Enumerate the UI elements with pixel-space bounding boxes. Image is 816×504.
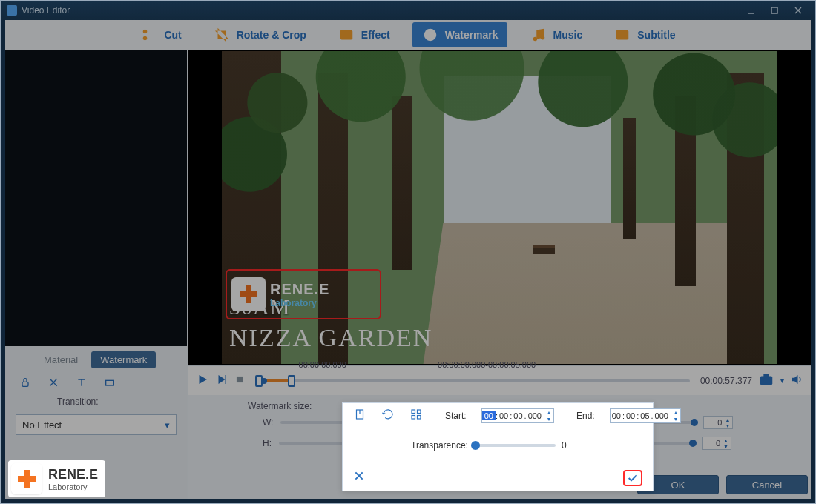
range-time-label: 00:00:00.000-00:00:05.000 xyxy=(438,360,536,369)
brand-logo-icon xyxy=(11,463,42,494)
start-label: Start: xyxy=(445,411,467,421)
transparency-value: 0 xyxy=(562,440,576,451)
transparency-slider[interactable] xyxy=(474,444,556,447)
material-actions xyxy=(5,368,187,389)
height-spinner[interactable]: 0▲▼ xyxy=(702,437,731,450)
w-label: W: xyxy=(263,417,273,428)
cancel-button[interactable]: Cancel xyxy=(726,475,808,494)
svg-rect-17 xyxy=(237,376,243,382)
end-label: End: xyxy=(576,411,595,421)
svg-rect-15 xyxy=(106,380,114,385)
brand-sub: Laboratory xyxy=(48,483,98,491)
range-end-handle[interactable] xyxy=(288,375,295,387)
svg-rect-24 xyxy=(412,416,415,420)
window-title: Video Editor xyxy=(22,5,70,16)
select-all-icon[interactable] xyxy=(409,408,423,424)
transition-label: Transition: xyxy=(5,389,187,410)
tab-cut[interactable]: Cut xyxy=(131,22,190,47)
popup-confirm-button[interactable] xyxy=(623,470,642,486)
svg-rect-6 xyxy=(340,30,353,40)
tab-material[interactable]: Material xyxy=(35,351,87,368)
tab-effect-label: Effect xyxy=(361,29,390,41)
minimize-button[interactable] xyxy=(740,3,762,18)
volume-button[interactable] xyxy=(790,373,803,389)
svg-point-19 xyxy=(763,377,769,382)
playhead-handle[interactable] xyxy=(261,378,267,384)
svg-rect-1 xyxy=(771,7,777,13)
svg-point-4 xyxy=(143,30,148,34)
effect-icon xyxy=(338,26,355,44)
music-icon xyxy=(530,26,547,44)
lock-icon[interactable] xyxy=(19,376,32,389)
snapshot-dropdown[interactable]: ▾ xyxy=(780,377,784,385)
end-time-input[interactable]: 00: 00: 05. 000 ▲▼ xyxy=(610,408,681,423)
stop-button[interactable] xyxy=(234,374,245,388)
mark-in-icon[interactable] xyxy=(353,408,366,424)
video-frame: 30AM NIZZA GARDEN RENE.E Laboratory xyxy=(222,51,777,364)
app-icon xyxy=(7,5,17,16)
start-spinner[interactable]: ▲▼ xyxy=(544,409,553,422)
watermark-icon xyxy=(421,26,439,44)
watermark-text: RENE.E Laboratory xyxy=(270,281,329,308)
main-window: Video Editor Cut Rotate & Crop Effect Wa… xyxy=(0,0,816,504)
brand-name: RENE.E xyxy=(48,467,98,483)
transition-value: No Effect xyxy=(22,420,62,431)
snapshot-button[interactable] xyxy=(758,371,774,391)
svg-rect-22 xyxy=(412,410,415,414)
tab-watermark-panel[interactable]: Watermark xyxy=(91,351,156,368)
width-spinner[interactable]: 0▲▼ xyxy=(703,416,733,429)
left-panel-tabs: Material Watermark xyxy=(5,346,187,368)
svg-point-8 xyxy=(428,33,432,37)
text-t-icon[interactable] xyxy=(75,376,88,389)
editor-toolbar: Cut Rotate & Crop Effect Watermark Music… xyxy=(5,20,811,50)
svg-rect-20 xyxy=(763,374,769,377)
transition-combo[interactable]: No Effect ▾ xyxy=(16,414,177,435)
tab-rotate-label: Rotate & Crop xyxy=(237,29,306,41)
tab-music[interactable]: Music xyxy=(521,22,592,47)
watermark-time-popup: Start: 00: 00: 00. 000 ▲▼ End: 00: 00: 0… xyxy=(342,402,654,491)
scissors-icon xyxy=(140,26,158,44)
refresh-icon[interactable] xyxy=(381,408,395,424)
watermark-size-label: Watermark size: xyxy=(248,401,312,411)
delete-x-icon[interactable] xyxy=(47,376,60,389)
maximize-button[interactable] xyxy=(763,3,786,18)
svg-rect-25 xyxy=(418,416,421,420)
tab-subtitle-label: Subtitle xyxy=(637,29,675,41)
play-button[interactable] xyxy=(196,373,209,389)
material-preview-dark xyxy=(5,50,187,346)
start-time-input[interactable]: 00: 00: 00. 000 ▲▼ xyxy=(481,408,554,423)
timeline-track[interactable]: 00:00:00.000 00:00:00.000-00:00:05.000 xyxy=(255,373,690,389)
brand-badge: RENE.E Laboratory xyxy=(8,460,105,497)
tab-rotate-crop[interactable]: Rotate & Crop xyxy=(204,22,315,47)
title-bar: Video Editor xyxy=(1,1,815,20)
transparency-label: Transparence: xyxy=(411,440,468,451)
crop-icon xyxy=(213,26,231,44)
svg-rect-16 xyxy=(226,375,227,384)
play-range-button[interactable] xyxy=(215,373,228,389)
more-actions-icon[interactable] xyxy=(103,376,116,389)
svg-rect-11 xyxy=(616,30,629,40)
playback-bar: 00:00:00.000 00:00:00.000-00:00:05.000 0… xyxy=(188,365,811,395)
tab-watermark-label: Watermark xyxy=(445,29,499,41)
svg-rect-12 xyxy=(22,382,28,386)
watermark-overlay[interactable]: RENE.E Laboratory xyxy=(226,269,381,319)
close-window-button[interactable] xyxy=(787,3,809,18)
chevron-down-icon: ▾ xyxy=(165,420,170,431)
left-panel: Material Watermark Transition: No Effect… xyxy=(5,50,187,499)
tab-subtitle[interactable]: Subtitle xyxy=(605,22,684,47)
tab-music-label: Music xyxy=(553,29,583,41)
svg-point-9 xyxy=(533,37,537,42)
end-spinner[interactable]: ▲▼ xyxy=(671,409,680,422)
svg-point-10 xyxy=(540,36,544,39)
video-overlay-text-2: NIZZA GARDEN xyxy=(229,324,432,352)
popup-cancel-button[interactable] xyxy=(353,470,365,486)
h-label: H: xyxy=(263,438,272,448)
svg-rect-23 xyxy=(418,410,421,414)
tab-effect[interactable]: Effect xyxy=(329,22,399,47)
svg-point-5 xyxy=(143,36,148,41)
watermark-logo-icon xyxy=(231,277,266,311)
video-preview[interactable]: 30AM NIZZA GARDEN RENE.E Laboratory xyxy=(188,50,811,365)
total-duration: 00:00:57.377 xyxy=(700,376,752,386)
tab-cut-label: Cut xyxy=(164,29,181,41)
tab-watermark[interactable]: Watermark xyxy=(412,22,507,47)
